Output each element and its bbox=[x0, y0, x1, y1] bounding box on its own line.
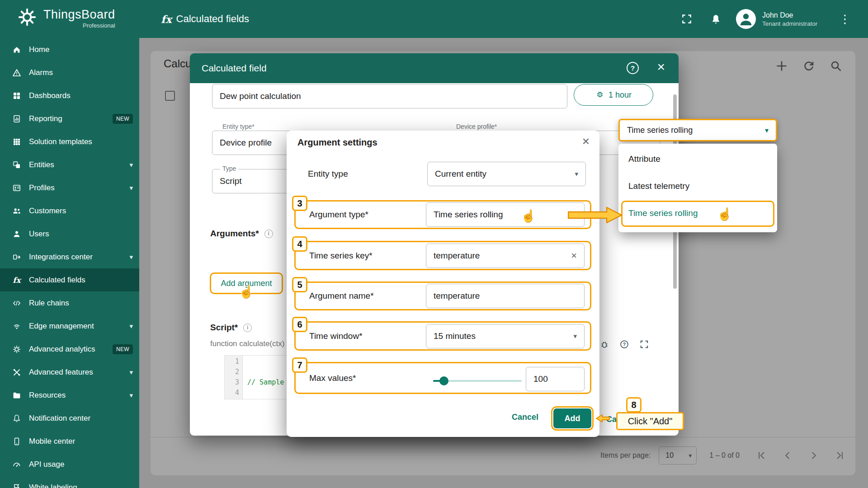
sidebar-item-users[interactable]: Users bbox=[0, 222, 139, 245]
callout-arrow-annotation bbox=[596, 414, 610, 422]
sidebar-item-label: White labeling bbox=[29, 483, 77, 488]
sidebar-item-dashboards[interactable]: Dashboards bbox=[0, 84, 139, 107]
select-arrow-icon: ▾ bbox=[573, 332, 577, 340]
max-values-highlight: Max values* 100 bbox=[294, 362, 591, 394]
close-icon[interactable]: × bbox=[657, 59, 665, 75]
debug-mode-button[interactable]: 1 hour bbox=[574, 84, 653, 106]
avatar[interactable] bbox=[736, 9, 756, 29]
step-badge-5: 5 bbox=[292, 277, 307, 292]
argument-name-input[interactable]: temperature bbox=[426, 284, 585, 308]
name-field[interactable]: Dew point calculation bbox=[212, 84, 567, 108]
sidebar-item-integrations-center[interactable]: Integrations center ▾ bbox=[0, 245, 139, 268]
chevron-down-icon: ▾ bbox=[129, 322, 133, 330]
editor-debug-icon[interactable] bbox=[599, 339, 610, 350]
step-arrow-annotation bbox=[568, 206, 623, 224]
step-badge-4: 4 bbox=[292, 236, 307, 252]
sidebar-item-advanced-analytics[interactable]: Advanced analytics NEW bbox=[0, 338, 139, 361]
argument-type-label: Argument type* bbox=[309, 210, 368, 220]
dialog-title: Calculated field bbox=[202, 63, 267, 74]
dialog-title: Argument settings bbox=[297, 137, 377, 148]
sidebar-item-rule-chains[interactable]: Rule chains bbox=[0, 291, 139, 314]
sidebar-item-reporting[interactable]: Reporting NEW bbox=[0, 107, 139, 130]
new-badge: NEW bbox=[113, 344, 133, 354]
info-icon[interactable]: i bbox=[243, 324, 252, 332]
page-title: Calculated fields bbox=[176, 13, 249, 25]
app-root: ThingsBoard Professional fx Calculated f… bbox=[0, 0, 868, 488]
customers-icon bbox=[11, 206, 23, 216]
sidebar-item-label: Dashboards bbox=[29, 91, 71, 100]
help-icon[interactable]: ? bbox=[627, 62, 639, 74]
svg-text:?: ? bbox=[623, 342, 626, 347]
add-button[interactable]: Add bbox=[553, 408, 591, 428]
kebab-menu-icon[interactable]: ⋮ bbox=[836, 13, 854, 25]
info-icon[interactable]: i bbox=[264, 230, 273, 238]
sidebar-item-profiles[interactable]: Profiles ▾ bbox=[0, 176, 139, 199]
sidebar-item-mobile-center[interactable]: Mobile center bbox=[0, 430, 139, 453]
chevron-down-icon: ▾ bbox=[129, 391, 133, 399]
argument-type-select[interactable]: Time series rolling bbox=[426, 202, 585, 227]
fx-icon: fx bbox=[161, 13, 172, 25]
entities-icon bbox=[11, 160, 23, 169]
top-bar: ThingsBoard Professional fx Calculated f… bbox=[0, 0, 868, 38]
mobile-center-icon bbox=[11, 437, 23, 446]
sidebar-item-solution-templates[interactable]: Solution templates bbox=[0, 130, 139, 153]
notifications-bell-icon[interactable] bbox=[709, 12, 722, 26]
option-time-series-rolling[interactable]: Time series rolling bbox=[618, 200, 777, 227]
sidebar-item-edge-management[interactable]: Edge management ▾ bbox=[0, 314, 139, 338]
argument-type-dropdown-trigger[interactable]: Time series rolling ▾ bbox=[618, 119, 777, 141]
sidebar-item-alarms[interactable]: Alarms bbox=[0, 61, 139, 84]
sidebar-item-label: Users bbox=[29, 230, 49, 239]
users-icon bbox=[11, 230, 23, 239]
new-badge: NEW bbox=[113, 114, 133, 124]
chevron-down-icon: ▾ bbox=[129, 161, 133, 169]
edge-management-icon bbox=[11, 322, 23, 331]
argument-name-highlight: Argument name* temperature bbox=[294, 282, 591, 310]
sidebar-item-notification-center[interactable]: Notification center bbox=[0, 407, 139, 430]
argument-type-highlight: Argument type* Time series rolling bbox=[294, 200, 591, 229]
sidebar-item-home[interactable]: Home bbox=[0, 38, 139, 61]
option-attribute[interactable]: Attribute bbox=[618, 145, 777, 173]
arguments-section-header: Arguments* i bbox=[210, 229, 273, 239]
logo[interactable]: ThingsBoard Professional bbox=[17, 7, 115, 29]
entity-type-select[interactable]: Current entity ▾ bbox=[427, 162, 586, 186]
user-info[interactable]: John Doe Tenant administrator bbox=[762, 11, 836, 27]
sidebar-item-label: Rule chains bbox=[29, 299, 69, 308]
time-window-select[interactable]: 15 minutes ▾ bbox=[426, 324, 585, 348]
api-usage-icon bbox=[11, 460, 23, 469]
max-values-slider[interactable] bbox=[433, 379, 522, 383]
device-profile-label: Device profile* bbox=[454, 123, 499, 130]
close-icon[interactable]: × bbox=[582, 134, 590, 149]
fullscreen-icon[interactable] bbox=[680, 12, 693, 26]
type-label: Type bbox=[220, 165, 238, 172]
clear-icon[interactable]: × bbox=[571, 250, 577, 262]
time-series-key-input[interactable]: temperature × bbox=[426, 244, 585, 268]
option-latest-telemetry[interactable]: Latest telemetry bbox=[618, 173, 777, 200]
sidebar-item-entities[interactable]: Entities ▾ bbox=[0, 153, 139, 176]
sidebar-item-advanced-features[interactable]: Advanced features ▾ bbox=[0, 361, 139, 384]
slider-thumb[interactable] bbox=[439, 376, 448, 385]
dashboards-icon bbox=[11, 91, 23, 100]
time-window-highlight: Time window* 15 minutes ▾ bbox=[294, 321, 591, 351]
sidebar-item-white-labeling[interactable]: White labeling bbox=[0, 476, 139, 488]
sidebar-item-calculated-fields[interactable]: fx Calculated fields bbox=[0, 268, 139, 291]
sidebar-item-api-usage[interactable]: API usage bbox=[0, 453, 139, 476]
time-series-key-label: Time series key* bbox=[309, 251, 373, 261]
logo-gear-icon bbox=[17, 7, 37, 29]
logo-title: ThingsBoard bbox=[43, 8, 115, 22]
editor-code: // Sample return { "temp }; bbox=[243, 356, 284, 399]
sidebar-item-label: Profiles bbox=[29, 183, 55, 192]
cancel-button[interactable]: Cancel bbox=[512, 413, 538, 422]
sidebar-item-customers[interactable]: Customers bbox=[0, 199, 139, 222]
editor-fullscreen-icon[interactable] bbox=[639, 339, 650, 350]
script-label: Script* bbox=[210, 323, 238, 333]
cursor-icon: ☝ bbox=[521, 209, 536, 223]
sidebar-item-label: Home bbox=[29, 45, 49, 54]
sidebar-item-resources[interactable]: Resources ▾ bbox=[0, 384, 139, 407]
sidebar-item-label: Integrations center bbox=[29, 253, 93, 262]
bug-icon bbox=[595, 89, 604, 101]
alarms-icon bbox=[11, 68, 23, 77]
sidebar-item-label: Advanced analytics bbox=[29, 345, 95, 354]
max-values-input[interactable]: 100 bbox=[526, 367, 585, 391]
sidebar: Home Alarms Dashboards Reporting NEW Sol… bbox=[0, 38, 139, 488]
editor-help-icon[interactable]: ? bbox=[619, 339, 630, 350]
